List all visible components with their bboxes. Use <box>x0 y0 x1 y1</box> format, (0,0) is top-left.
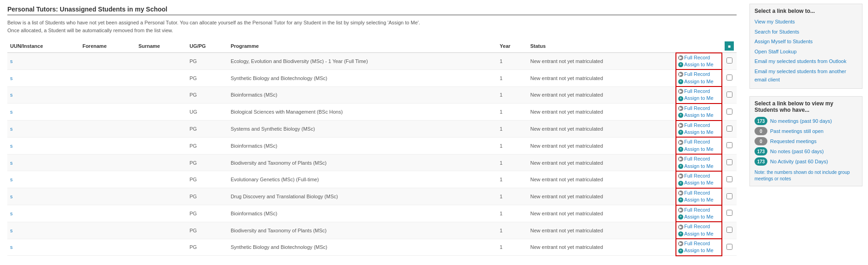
cell-checkbox[interactable] <box>722 171 737 188</box>
full-record-row: ▶ Full Record <box>678 190 720 196</box>
cell-uun: s <box>7 69 79 86</box>
cell-checkbox[interactable] <box>722 188 737 205</box>
table-row: s UG Biological Sciences with Management… <box>7 104 737 121</box>
col-select[interactable]: ■ <box>722 40 737 53</box>
metric-row: 173 No meetings (past 90 days) <box>755 116 857 126</box>
cell-checkbox[interactable] <box>722 137 737 154</box>
full-record-link[interactable]: Full Record <box>684 156 710 162</box>
uun-link[interactable]: s <box>10 126 13 132</box>
full-record-link[interactable]: Full Record <box>684 240 710 247</box>
uun-link[interactable]: s <box>10 244 13 250</box>
full-record-link[interactable]: Full Record <box>684 71 710 78</box>
full-record-link[interactable]: Full Record <box>684 54 710 61</box>
uun-link[interactable]: s <box>10 75 13 81</box>
record-icon: ▶ <box>678 55 683 60</box>
uun-link[interactable]: s <box>10 143 13 149</box>
assign-to-me-link[interactable]: Assign to Me <box>684 179 714 186</box>
assign-to-me-link[interactable]: Assign to Me <box>684 230 714 237</box>
cell-checkbox[interactable] <box>722 69 737 86</box>
row-checkbox[interactable] <box>726 244 732 250</box>
cell-checkbox[interactable] <box>722 222 737 239</box>
select-all-button[interactable]: ■ <box>725 41 734 51</box>
row-checkbox[interactable] <box>726 193 732 199</box>
uun-link[interactable]: s <box>10 194 13 199</box>
uun-link[interactable]: s <box>10 58 13 64</box>
row-checkbox[interactable] <box>726 210 732 216</box>
full-record-link[interactable]: Full Record <box>684 122 710 129</box>
full-record-link[interactable]: Full Record <box>684 223 710 230</box>
cell-checkbox[interactable] <box>722 205 737 222</box>
uun-link[interactable]: s <box>10 177 13 182</box>
uun-link[interactable]: s <box>10 92 13 98</box>
full-record-row: ▶ Full Record <box>678 207 720 213</box>
full-record-link[interactable]: Full Record <box>684 105 710 112</box>
assign-to-me-link[interactable]: Assign to Me <box>684 112 714 119</box>
cell-checkbox[interactable] <box>722 53 737 70</box>
assign-to-me-link[interactable]: Assign to Me <box>684 95 714 102</box>
full-record-link[interactable]: Full Record <box>684 190 710 196</box>
full-record-link[interactable]: Full Record <box>684 207 710 213</box>
uun-link[interactable]: s <box>10 109 13 115</box>
sidebar-link-email-outlook[interactable]: Email my selected students from Outlook <box>755 57 857 67</box>
assign-to-me-link[interactable]: Assign to Me <box>684 61 714 68</box>
assign-me-row: + Assign to Me <box>678 146 720 153</box>
cell-uun: s <box>7 121 79 138</box>
assign-icon: + <box>678 130 683 135</box>
sidebar-link-email-other[interactable]: Email my selected students from another … <box>755 67 857 85</box>
row-checkbox[interactable] <box>726 109 732 115</box>
uun-link[interactable]: s <box>10 228 13 233</box>
cell-checkbox[interactable] <box>722 239 737 256</box>
sidebar-link-view-students[interactable]: View my Students <box>755 17 857 27</box>
row-checkbox[interactable] <box>726 126 732 132</box>
assign-to-me-link[interactable]: Assign to Me <box>684 129 714 136</box>
cell-checkbox[interactable] <box>722 121 737 138</box>
students-table: UUN/Instance Forename Surname UG/PG Prog… <box>7 40 737 256</box>
cell-programme: Bioinformatics (MSc) <box>228 137 497 154</box>
full-record-link[interactable]: Full Record <box>684 88 710 95</box>
cell-status: New entrant not yet matriculated <box>528 188 676 205</box>
assign-to-me-link[interactable]: Assign to Me <box>684 163 714 170</box>
assign-to-me-link[interactable]: Assign to Me <box>684 78 714 85</box>
table-row: s PG Bioinformatics (MSc) 1 New entrant … <box>7 86 737 104</box>
cell-surname <box>136 154 187 171</box>
uun-link[interactable]: s <box>10 211 13 216</box>
row-checkbox[interactable] <box>726 176 732 182</box>
cell-checkbox[interactable] <box>722 154 737 171</box>
cell-surname <box>136 104 187 121</box>
full-record-link[interactable]: Full Record <box>684 138 710 145</box>
cell-year: 1 <box>497 104 528 121</box>
cell-checkbox[interactable] <box>722 104 737 121</box>
metric-row: 0 Past meetings still open <box>755 126 857 136</box>
row-checkbox[interactable] <box>726 227 732 233</box>
row-checkbox[interactable] <box>726 58 732 63</box>
cell-status: New entrant not yet matriculated <box>528 104 676 121</box>
row-checkbox[interactable] <box>726 92 732 98</box>
row-checkbox[interactable] <box>726 142 732 148</box>
cell-programme: Biodiversity and Taxonomy of Plants (MSc… <box>228 154 497 171</box>
assign-me-row: + Assign to Me <box>678 213 720 220</box>
metric-label[interactable]: No notes (past 60 days) <box>770 149 824 154</box>
row-checkbox[interactable] <box>726 159 732 165</box>
metric-label[interactable]: No Activity (past 60 Days) <box>770 159 828 164</box>
row-checkbox[interactable] <box>726 75 732 81</box>
metric-label[interactable]: Past meetings still open <box>770 128 823 134</box>
cell-year: 1 <box>497 239 528 256</box>
metric-label[interactable]: Requested meetings <box>770 138 817 144</box>
cell-actions: ▶ Full Record + Assign to Me <box>676 188 722 205</box>
full-record-link[interactable]: Full Record <box>684 173 710 179</box>
uun-link[interactable]: s <box>10 160 13 166</box>
sidebar-link-assign-myself[interactable]: Assign Myself to Students <box>755 37 857 47</box>
sidebar-link-search-students[interactable]: Search for Students <box>755 27 857 37</box>
assign-to-me-link[interactable]: Assign to Me <box>684 196 714 203</box>
cell-uun: s <box>7 86 79 104</box>
cell-checkbox[interactable] <box>722 86 737 104</box>
cell-uun: s <box>7 222 79 239</box>
sidebar-link-open-staff[interactable]: Open Staff Lookup <box>755 47 857 57</box>
cell-year: 1 <box>497 205 528 222</box>
cell-surname <box>136 137 187 154</box>
metric-label[interactable]: No meetings (past 90 days) <box>770 118 832 124</box>
assign-to-me-link[interactable]: Assign to Me <box>684 146 714 153</box>
assign-to-me-link[interactable]: Assign to Me <box>684 247 714 254</box>
assign-icon: + <box>678 214 683 219</box>
assign-to-me-link[interactable]: Assign to Me <box>684 213 714 220</box>
